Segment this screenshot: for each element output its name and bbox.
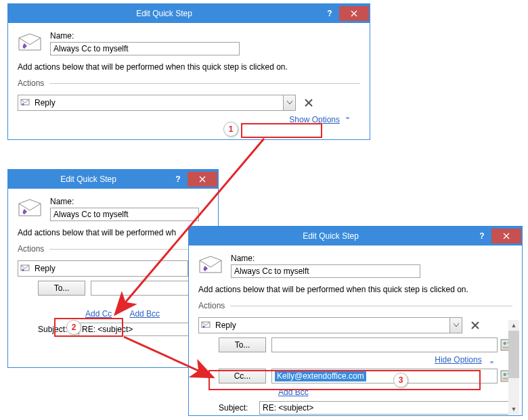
name-input[interactable] xyxy=(50,42,240,55)
svg-marker-0 xyxy=(19,34,41,50)
actions-label: Actions xyxy=(198,301,225,310)
action-combobox[interactable]: Reply xyxy=(18,260,200,277)
add-bcc-link[interactable]: Add Bcc xyxy=(129,309,160,319)
to-button[interactable]: To... xyxy=(219,337,266,352)
quickstep-envelope-icon xyxy=(198,255,223,275)
scroll-down-button[interactable]: ▼ xyxy=(508,404,519,415)
remove-action-button[interactable] xyxy=(303,97,315,109)
svg-point-11 xyxy=(504,373,507,377)
help-button[interactable]: ? xyxy=(472,229,491,243)
chevron-down-icon xyxy=(287,101,292,105)
callout-circle-3: 3 xyxy=(393,373,408,388)
add-cc-link[interactable]: Add Cc xyxy=(85,309,112,319)
titlebar[interactable]: Edit Quick Step ? xyxy=(8,170,218,189)
name-input[interactable] xyxy=(50,208,199,221)
to-button[interactable]: To... xyxy=(38,281,85,296)
name-label: Name: xyxy=(50,31,360,41)
action-value: Reply xyxy=(213,321,449,330)
description-text: Add actions below that will be performed… xyxy=(198,285,512,294)
dropdown-button[interactable] xyxy=(449,318,462,333)
svg-marker-4 xyxy=(200,256,221,273)
quickstep-envelope-icon xyxy=(18,32,42,53)
dialog-2: Edit Quick Step ? Name: Add actions belo… xyxy=(7,169,219,368)
to-button-label: To... xyxy=(235,340,250,350)
dialog-title: Edit Quick Step xyxy=(8,9,320,18)
divider xyxy=(49,83,360,84)
dialog-title: Edit Quick Step xyxy=(189,231,472,241)
help-icon: ? xyxy=(479,231,484,241)
close-icon xyxy=(351,10,357,17)
actions-label: Actions xyxy=(18,244,44,254)
help-button[interactable]: ? xyxy=(169,172,188,187)
dialog-title: Edit Quick Step xyxy=(8,174,169,184)
description-text: Add actions below that will be performed… xyxy=(18,62,360,72)
action-value: Reply xyxy=(32,264,188,273)
close-icon xyxy=(503,233,510,239)
action-value: Reply xyxy=(32,98,283,108)
subject-value: RE: <subject> xyxy=(263,403,313,413)
callout-box-3 xyxy=(208,370,481,390)
chevron-up-icon: ˅˅ xyxy=(489,356,492,364)
svg-point-7 xyxy=(504,342,507,346)
reply-icon xyxy=(199,321,213,331)
callout-number: 1 xyxy=(229,124,234,134)
name-input[interactable] xyxy=(231,264,420,278)
titlebar[interactable]: Edit Quick Step ? xyxy=(8,4,370,23)
callout-box-2 xyxy=(54,318,123,337)
x-icon xyxy=(470,321,480,330)
dropdown-button[interactable] xyxy=(283,95,295,110)
scroll-thumb[interactable] xyxy=(508,331,519,378)
close-button[interactable] xyxy=(491,229,521,243)
svg-marker-2 xyxy=(19,200,41,216)
close-button[interactable] xyxy=(339,6,369,21)
help-button[interactable]: ? xyxy=(320,6,339,21)
callout-number: 2 xyxy=(72,323,76,332)
to-button-label: To... xyxy=(54,283,70,293)
chevron-down-icon xyxy=(454,323,459,327)
action-combobox[interactable]: Reply xyxy=(18,95,296,111)
help-icon: ? xyxy=(327,9,332,18)
description-text: Add actions below that will be performed… xyxy=(18,228,208,237)
subject-input[interactable]: RE: <subject> xyxy=(259,401,512,415)
scrollbar[interactable]: ▲ ▼ xyxy=(508,320,519,415)
chevron-down-icon: ˅˅ xyxy=(345,116,348,124)
close-button[interactable] xyxy=(188,172,217,187)
callout-circle-1: 1 xyxy=(223,122,238,137)
remove-action-button[interactable] xyxy=(469,319,481,331)
callout-circle-2: 2 xyxy=(66,320,81,335)
titlebar[interactable]: Edit Quick Step ? xyxy=(189,227,522,246)
close-icon xyxy=(199,176,206,183)
name-label: Name: xyxy=(50,197,208,206)
quickstep-envelope-icon xyxy=(18,198,42,218)
action-combobox[interactable]: Reply xyxy=(198,317,462,333)
reply-icon xyxy=(18,98,32,108)
callout-number: 3 xyxy=(399,375,403,385)
divider xyxy=(230,306,512,306)
actions-label: Actions xyxy=(18,78,44,88)
subject-label: Subject: xyxy=(219,403,259,413)
name-label: Name: xyxy=(231,254,512,263)
reply-icon xyxy=(18,264,32,274)
x-icon xyxy=(304,98,313,108)
dialog-1: Edit Quick Step ? Name: Add actions belo… xyxy=(7,3,370,140)
divider xyxy=(49,249,208,250)
to-input[interactable] xyxy=(271,337,498,352)
hide-options-link[interactable]: Hide Options xyxy=(435,355,481,365)
scroll-up-button[interactable]: ▲ xyxy=(508,320,519,331)
help-icon: ? xyxy=(175,174,180,184)
callout-box-1 xyxy=(241,123,322,138)
